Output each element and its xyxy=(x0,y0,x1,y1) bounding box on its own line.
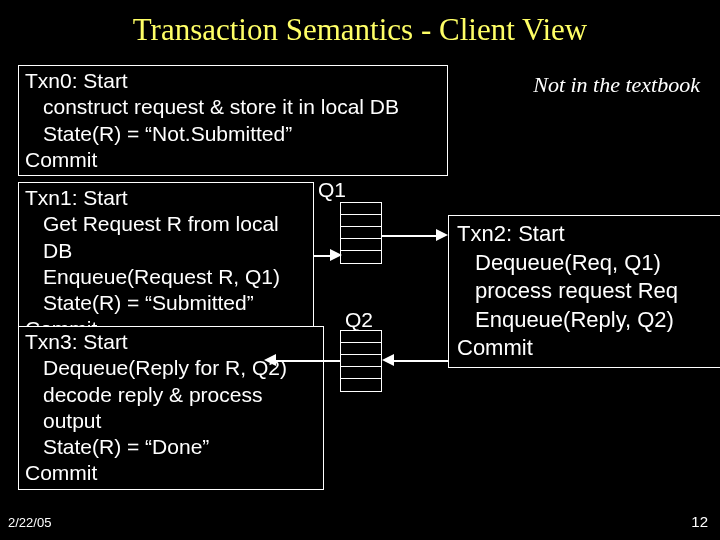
arrow-txn2-q2 xyxy=(394,360,448,362)
txn0-box: Txn0: Start construct request & store it… xyxy=(18,65,448,176)
arrow-q1-txn2 xyxy=(382,235,438,237)
txn0-line2: construct request & store it in local DB xyxy=(25,94,441,120)
txn2-line4: Enqueue(Reply, Q2) xyxy=(457,306,719,335)
txn2-line2: Dequeue(Req, Q1) xyxy=(457,249,719,278)
txn2-box: Txn2: Start Dequeue(Req, Q1) process req… xyxy=(448,215,720,368)
txn3-line5: Commit xyxy=(25,461,97,484)
txn3-line3: decode reply & process output xyxy=(25,382,317,435)
txn0-line3: State(R) = “Not.Submitted” xyxy=(25,121,441,147)
arrow-q2-txn3 xyxy=(275,360,340,362)
textbook-note: Not in the textbook xyxy=(533,72,700,98)
txn0-line4: Commit xyxy=(25,148,97,171)
arrow-q1-txn2-head xyxy=(436,229,448,241)
q1-queue-icon xyxy=(340,202,382,264)
q2-queue-icon xyxy=(340,330,382,392)
q2-label: Q2 xyxy=(345,308,373,332)
txn2-line1: Txn2: Start xyxy=(457,221,565,246)
txn1-line4: State(R) = “Submitted” xyxy=(25,290,307,316)
arrow-txn2-q2-head xyxy=(382,354,394,366)
arrow-txn1-q1-head xyxy=(330,249,342,261)
footer-date: 2/22/05 xyxy=(8,515,51,530)
footer-page-number: 12 xyxy=(691,513,708,530)
arrow-q2-txn3-head xyxy=(264,354,276,366)
txn1-line3: Enqueue(Request R, Q1) xyxy=(25,264,307,290)
txn1-line1: Txn1: Start xyxy=(25,186,128,209)
txn2-line5: Commit xyxy=(457,335,533,360)
txn3-box: Txn3: Start Dequeue(Reply for R, Q2) dec… xyxy=(18,326,324,490)
txn3-line4: State(R) = “Done” xyxy=(25,434,317,460)
txn1-box: Txn1: Start Get Request R from local DB … xyxy=(18,182,314,346)
txn1-line2: Get Request R from local DB xyxy=(25,211,307,264)
txn0-line1: Txn0: Start xyxy=(25,69,128,92)
txn3-line1: Txn3: Start xyxy=(25,330,128,353)
txn2-line3: process request Req xyxy=(457,277,719,306)
q1-label: Q1 xyxy=(318,178,346,202)
slide-title: Transaction Semantics - Client View xyxy=(0,0,720,48)
